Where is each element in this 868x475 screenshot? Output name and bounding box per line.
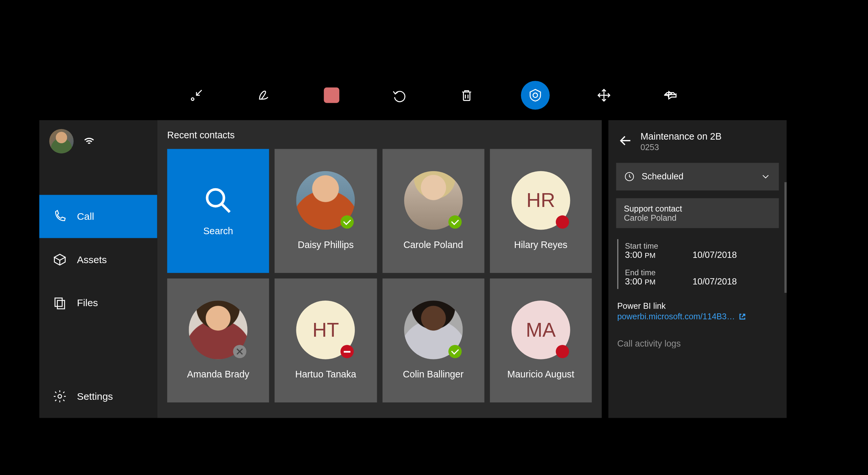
wifi-icon xyxy=(83,133,96,149)
contact-name: Amanda Brady xyxy=(187,369,249,380)
presence-badge xyxy=(448,345,461,358)
app-window: Call Assets Files Settings Recent contac… xyxy=(39,120,602,418)
contact-name: Daisy Phillips xyxy=(298,240,353,251)
panel-header: Maintenance on 2B 0253 xyxy=(609,120,787,163)
contact-avatar xyxy=(189,300,248,359)
contact-tile[interactable]: Daisy Phillips xyxy=(275,149,376,273)
back-button[interactable] xyxy=(618,133,633,150)
presence-badge xyxy=(448,216,461,229)
contacts-grid: Search Daisy PhillipsCarole PolandHRHila… xyxy=(167,149,592,403)
user-avatar[interactable] xyxy=(49,129,73,153)
end-label: End time xyxy=(625,268,778,277)
search-label: Search xyxy=(204,226,233,237)
contact-name: Carole Poland xyxy=(403,240,463,251)
nav-label: Files xyxy=(77,297,98,309)
support-contact-row[interactable]: Support contact Carole Poland xyxy=(616,198,779,228)
main-area: Recent contacts Search Daisy PhillipsCar… xyxy=(157,120,602,418)
contact-name: Mauricio August xyxy=(507,369,574,380)
support-label: Support contact xyxy=(624,204,771,213)
contact-avatar xyxy=(296,171,355,230)
contact-tile[interactable]: MAMauricio August xyxy=(490,279,592,403)
nav-item-settings[interactable]: Settings xyxy=(39,375,157,418)
nav-label: Assets xyxy=(77,254,107,265)
svg-point-0 xyxy=(191,98,194,100)
start-time: 3:00 PM xyxy=(625,250,670,260)
contact-name: Hartuo Tanaka xyxy=(295,369,356,380)
presence-badge xyxy=(67,147,73,153)
svg-point-4 xyxy=(58,394,61,398)
toolbar xyxy=(0,80,868,110)
pin-icon[interactable] xyxy=(658,82,685,109)
nav-label: Call xyxy=(77,211,94,222)
panel-title: Maintenance on 2B xyxy=(641,131,722,142)
scrollbar[interactable] xyxy=(784,182,787,293)
remote-assist-icon[interactable] xyxy=(521,81,550,110)
start-label: Start time xyxy=(625,242,778,250)
external-link-icon xyxy=(738,312,746,320)
presence-badge xyxy=(556,345,569,358)
contact-tile[interactable]: Carole Poland xyxy=(382,149,484,273)
powerbi-link-section: Power BI link powerbi.microsoft.com/114B… xyxy=(617,301,778,321)
nav-item-assets[interactable]: Assets xyxy=(39,238,157,281)
search-tile[interactable]: Search xyxy=(167,149,269,273)
stop-record-icon[interactable] xyxy=(318,82,345,109)
nav: Call Assets Files Settings xyxy=(39,195,157,418)
status-label: Scheduled xyxy=(642,171,683,181)
end-date: 10/07/2018 xyxy=(692,277,737,287)
minimize-icon[interactable] xyxy=(183,82,210,109)
presence-badge xyxy=(233,345,246,358)
contact-tile[interactable]: Amanda Brady xyxy=(167,279,269,403)
nav-label: Settings xyxy=(77,390,113,402)
undo-icon[interactable] xyxy=(386,82,412,109)
clock-icon xyxy=(624,171,635,182)
link-label: Power BI link xyxy=(617,301,778,311)
detail-panel: Maintenance on 2B 0253 Scheduled Support… xyxy=(609,120,787,418)
delete-icon[interactable] xyxy=(454,82,480,109)
call-activity-logs-label: Call activity logs xyxy=(617,339,778,349)
svg-point-5 xyxy=(207,190,224,206)
profile-area xyxy=(39,120,157,162)
ink-icon[interactable] xyxy=(251,82,277,109)
chevron-down-icon xyxy=(760,171,771,182)
section-title: Recent contacts xyxy=(167,130,592,141)
nav-item-call[interactable]: Call xyxy=(39,195,157,238)
contact-avatar: HR xyxy=(512,171,570,230)
contact-avatar: MA xyxy=(512,300,570,359)
panel-id: 0253 xyxy=(641,142,722,152)
end-time: 3:00 PM xyxy=(625,277,670,287)
svg-rect-3 xyxy=(58,300,65,309)
presence-badge xyxy=(341,216,354,229)
start-date: 10/07/2018 xyxy=(692,250,737,260)
contact-avatar xyxy=(404,171,463,230)
svg-point-1 xyxy=(533,93,537,98)
status-dropdown[interactable]: Scheduled xyxy=(616,163,779,191)
time-block: Start time 3:00 PM 10/07/2018 End time 3… xyxy=(617,239,778,289)
presence-badge xyxy=(341,345,354,358)
presence-badge xyxy=(556,216,569,229)
support-name: Carole Poland xyxy=(624,213,771,223)
contact-avatar: HT xyxy=(296,300,355,359)
move-icon[interactable] xyxy=(591,82,617,109)
contact-tile[interactable]: Colin Ballinger xyxy=(382,279,484,403)
nav-item-files[interactable]: Files xyxy=(39,281,157,324)
contact-tile[interactable]: HTHartuo Tanaka xyxy=(275,279,376,403)
contact-tile[interactable]: HRHilary Reyes xyxy=(490,149,592,273)
powerbi-link[interactable]: powerbi.microsoft.com/114B3… xyxy=(617,312,778,321)
contact-name: Colin Ballinger xyxy=(403,369,464,380)
contact-name: Hilary Reyes xyxy=(514,240,567,251)
sidebar: Call Assets Files Settings xyxy=(39,120,157,418)
contact-avatar xyxy=(404,300,463,359)
svg-rect-2 xyxy=(55,298,62,307)
